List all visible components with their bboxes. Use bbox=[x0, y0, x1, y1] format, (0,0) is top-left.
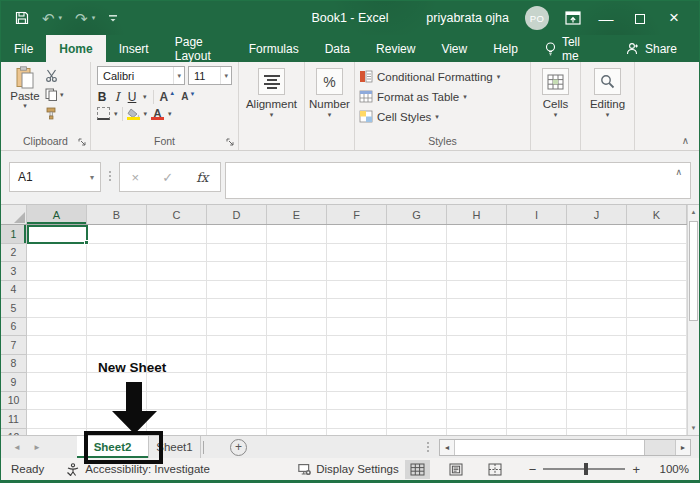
cell-F3[interactable] bbox=[327, 262, 387, 281]
vertical-scrollbar[interactable]: ▲ ▼ bbox=[687, 205, 699, 435]
row-header-5[interactable]: 5 bbox=[1, 299, 27, 318]
row-header-3[interactable]: 3 bbox=[1, 262, 27, 281]
expand-formula-bar-icon[interactable]: ∧ bbox=[675, 163, 690, 177]
tab-file[interactable]: File bbox=[1, 35, 46, 62]
horizontal-scroll-thumb[interactable] bbox=[455, 440, 645, 455]
format-painter-button[interactable] bbox=[45, 106, 64, 121]
tab-help[interactable]: Help bbox=[480, 35, 531, 62]
copy-button[interactable]: ▾ bbox=[45, 87, 64, 102]
cell-G4[interactable] bbox=[387, 281, 447, 300]
alignment-button[interactable]: Alignment ▾ bbox=[243, 66, 300, 134]
cell-K2[interactable] bbox=[627, 244, 687, 263]
cell-E4[interactable] bbox=[267, 281, 327, 300]
name-box-dropdown-icon[interactable]: ▾ bbox=[84, 173, 100, 182]
minimize-button[interactable]: — bbox=[597, 10, 615, 27]
sheet-tab-sheet2[interactable]: Sheet2 bbox=[77, 436, 149, 458]
collapse-ribbon-icon[interactable]: ∧ bbox=[682, 135, 689, 146]
cell-K11[interactable] bbox=[627, 410, 687, 429]
cell-D4[interactable] bbox=[207, 281, 267, 300]
zoom-slider-thumb[interactable] bbox=[584, 463, 588, 475]
row-header-8[interactable]: 8 bbox=[1, 355, 27, 374]
cell-A8[interactable] bbox=[27, 355, 87, 374]
redo-icon[interactable]: ↷ bbox=[75, 11, 88, 26]
tab-view[interactable]: View bbox=[428, 35, 480, 62]
cell-E7[interactable] bbox=[267, 336, 327, 355]
maximize-button[interactable] bbox=[631, 10, 649, 27]
fill-color-button[interactable] bbox=[127, 108, 140, 120]
customize-qat-icon[interactable] bbox=[108, 13, 118, 23]
cell-J1[interactable] bbox=[567, 225, 627, 244]
cell-D3[interactable] bbox=[207, 262, 267, 281]
font-size-dropdown-icon[interactable]: ▾ bbox=[220, 67, 231, 84]
column-header-a[interactable]: A bbox=[27, 205, 87, 224]
share-button[interactable]: Share bbox=[612, 35, 699, 62]
horizontal-scrollbar[interactable]: ◄ ► bbox=[439, 439, 691, 456]
cell-E3[interactable] bbox=[267, 262, 327, 281]
tab-review[interactable]: Review bbox=[363, 35, 428, 62]
next-sheet-icon[interactable]: ► bbox=[33, 443, 41, 452]
column-header-e[interactable]: E bbox=[267, 205, 327, 224]
cell-K3[interactable] bbox=[627, 262, 687, 281]
cell-K5[interactable] bbox=[627, 299, 687, 318]
cell-J11[interactable] bbox=[567, 410, 627, 429]
cell-H6[interactable] bbox=[447, 318, 507, 337]
enter-entry-icon[interactable]: ✓ bbox=[162, 170, 173, 185]
cell-K10[interactable] bbox=[627, 392, 687, 411]
borders-button[interactable] bbox=[97, 107, 110, 120]
cell-E6[interactable] bbox=[267, 318, 327, 337]
cell-J3[interactable] bbox=[567, 262, 627, 281]
cell-A3[interactable] bbox=[27, 262, 87, 281]
column-header-i[interactable]: I bbox=[507, 205, 567, 224]
page-layout-view-button[interactable] bbox=[444, 460, 469, 479]
cell-A10[interactable] bbox=[27, 392, 87, 411]
shrink-font-button[interactable]: A▼ bbox=[181, 91, 195, 102]
accessibility-status[interactable]: Accessibility: Investigate bbox=[66, 463, 210, 476]
cell-J9[interactable] bbox=[567, 373, 627, 392]
cell-K1[interactable] bbox=[627, 225, 687, 244]
cell-A7[interactable] bbox=[27, 336, 87, 355]
cell-F5[interactable] bbox=[327, 299, 387, 318]
scroll-up-icon[interactable]: ▲ bbox=[688, 205, 699, 219]
row-header-7[interactable]: 7 bbox=[1, 336, 27, 355]
zoom-percentage[interactable]: 100% bbox=[647, 463, 689, 475]
cell-H7[interactable] bbox=[447, 336, 507, 355]
new-sheet-button[interactable]: + bbox=[230, 439, 247, 456]
row-header-9[interactable]: 9 bbox=[1, 373, 27, 392]
select-all-corner[interactable] bbox=[1, 205, 27, 224]
cell-C3[interactable] bbox=[147, 262, 207, 281]
paste-dropdown-icon[interactable]: ▾ bbox=[23, 102, 27, 110]
row-header-11[interactable]: 11 bbox=[1, 410, 27, 429]
cell-F2[interactable] bbox=[327, 244, 387, 263]
cell-H1[interactable] bbox=[447, 225, 507, 244]
cut-button[interactable] bbox=[45, 68, 64, 83]
cell-G7[interactable] bbox=[387, 336, 447, 355]
cell-B7[interactable] bbox=[87, 336, 147, 355]
cell-I4[interactable] bbox=[507, 281, 567, 300]
cell-I9[interactable] bbox=[507, 373, 567, 392]
scroll-left-icon[interactable]: ◄ bbox=[440, 440, 455, 455]
cell-I5[interactable] bbox=[507, 299, 567, 318]
fill-color-dropdown-icon[interactable]: ▾ bbox=[144, 110, 148, 118]
cell-A6[interactable] bbox=[27, 318, 87, 337]
cell-I10[interactable] bbox=[507, 392, 567, 411]
cell-K6[interactable] bbox=[627, 318, 687, 337]
cell-G3[interactable] bbox=[387, 262, 447, 281]
cell-I11[interactable] bbox=[507, 410, 567, 429]
cell-F9[interactable] bbox=[327, 373, 387, 392]
cell-G11[interactable] bbox=[387, 410, 447, 429]
column-header-d[interactable]: D bbox=[207, 205, 267, 224]
cell-D2[interactable] bbox=[207, 244, 267, 263]
cell-D1[interactable] bbox=[207, 225, 267, 244]
column-header-k[interactable]: K bbox=[627, 205, 687, 224]
cell-C4[interactable] bbox=[147, 281, 207, 300]
borders-dropdown-icon[interactable]: ▾ bbox=[114, 110, 118, 118]
cell-F6[interactable] bbox=[327, 318, 387, 337]
cell-J7[interactable] bbox=[567, 336, 627, 355]
zoom-slider[interactable] bbox=[543, 468, 625, 470]
cell-C2[interactable] bbox=[147, 244, 207, 263]
cell-A5[interactable] bbox=[27, 299, 87, 318]
zoom-in-button[interactable]: + bbox=[625, 462, 647, 477]
page-break-preview-button[interactable] bbox=[483, 460, 508, 479]
row-header-1[interactable]: 1 bbox=[1, 225, 27, 244]
font-name-combo[interactable]: Calibri ▾ bbox=[97, 66, 185, 85]
